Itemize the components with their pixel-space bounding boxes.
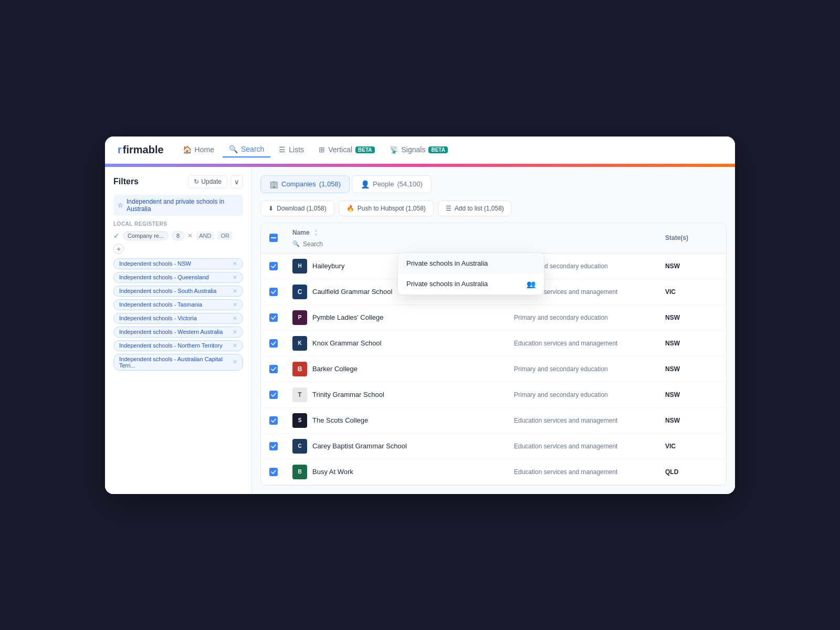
remove-tag-icon[interactable]: ✕ — [233, 288, 237, 295]
company-industry: Primary and secondary education — [514, 314, 661, 321]
company-name-cell[interactable]: T Trinity Grammar School — [292, 387, 510, 402]
add-to-list-button[interactable]: ☰ Add to list (1,058) — [438, 201, 512, 216]
sidebar-actions: ↻ Update ∨ — [188, 175, 243, 188]
add-filter-button[interactable]: + — [113, 244, 124, 254]
company-logo: H — [292, 259, 307, 274]
company-name-cell[interactable]: B Busy At Work — [292, 465, 510, 479]
tab-people-label: People — [373, 180, 394, 188]
app-logo: rfirmable — [118, 144, 164, 156]
remove-tag-icon[interactable]: ✕ — [233, 342, 237, 349]
remove-tag-icon[interactable]: ✕ — [233, 301, 237, 308]
state-filter-tag[interactable]: Independent schools - Queensland✕ — [113, 272, 243, 283]
state-filter-tag[interactable]: Independent schools - South Australia✕ — [113, 286, 243, 297]
company-name-cell[interactable]: B Barker College — [292, 362, 510, 376]
table-container: Name ▲ ▼ 🔍 — [260, 223, 727, 486]
company-name: Barker College — [312, 365, 358, 373]
select-all-checkbox[interactable] — [269, 234, 288, 242]
company-name-cell[interactable]: C Carey Baptist Grammar School — [292, 439, 510, 454]
table-header: Name ▲ ▼ 🔍 — [261, 223, 726, 254]
remove-tag-icon[interactable]: ✕ — [233, 329, 237, 335]
state-filter-tag[interactable]: Independent schools - Western Australia✕ — [113, 327, 243, 338]
company-industry: Primary and secondary education — [514, 365, 661, 373]
row-checkbox[interactable] — [269, 468, 288, 476]
table-row: B Barker College Primary and secondary e… — [261, 356, 726, 382]
nav-vertical[interactable]: ⊞ Vertical BETA — [312, 142, 381, 157]
company-name-cell[interactable]: K Knox Grammar School — [292, 336, 510, 351]
download-icon: ⬇ — [268, 205, 274, 212]
download-button[interactable]: ⬇ Download (1,058) — [260, 201, 334, 216]
name-search-input[interactable] — [303, 240, 510, 248]
company-state: QLD — [665, 468, 718, 476]
filter-and[interactable]: AND — [196, 232, 214, 240]
close-icon[interactable]: ✕ — [187, 232, 193, 239]
tab-companies[interactable]: 🏢 Companies (1,058) — [260, 175, 350, 193]
nav-items: 🏠 Home 🔍 Search ☰ Lists ⊞ Vertical BETA … — [176, 142, 454, 158]
filter-count: 8 — [172, 231, 184, 240]
table-row: S The Scots College Education services a… — [261, 408, 726, 434]
row-checkbox[interactable] — [269, 339, 288, 348]
state-filter-tag[interactable]: Independent schools - Northern Territory… — [113, 340, 243, 351]
col-name: Name ▲ ▼ 🔍 — [292, 228, 510, 248]
nav-lists[interactable]: ☰ Lists — [272, 142, 310, 157]
company-logo: C — [292, 439, 307, 454]
row-checkbox[interactable] — [269, 262, 288, 270]
state-tag-label: Independent schools - Northern Territory — [119, 342, 223, 349]
state-filter-tag[interactable]: Independent schools - Tasmania✕ — [113, 299, 243, 310]
remove-tag-icon[interactable]: ✕ — [233, 315, 237, 322]
state-filter-tag[interactable]: Independent schools - NSW✕ — [113, 258, 243, 269]
refresh-icon: ↻ — [194, 178, 199, 185]
company-state: NSW — [665, 417, 718, 424]
remove-tag-icon[interactable]: ✕ — [233, 274, 237, 281]
company-name: Busy At Work — [312, 468, 353, 476]
company-state: NSW — [665, 262, 718, 270]
table-row: B Busy At Work Education services and ma… — [261, 459, 726, 485]
nav-vertical-label: Vertical — [328, 145, 352, 154]
row-checkbox[interactable] — [269, 288, 288, 296]
action-bar: ⬇ Download (1,058) 🔥 Push to Hubspot (1,… — [260, 201, 727, 216]
remove-tag-icon[interactable]: ✕ — [233, 359, 237, 365]
nav-home[interactable]: 🏠 Home — [176, 142, 220, 157]
table-row: T Trinity Grammar School Primary and sec… — [261, 382, 726, 408]
company-industry: Education services and management — [514, 468, 661, 476]
nav-signals[interactable]: 📡 Signals BETA — [383, 142, 454, 157]
remove-tag-icon[interactable]: ✕ — [233, 260, 237, 267]
name-search-wrap: 🔍 — [292, 240, 510, 248]
signals-badge: BETA — [428, 146, 447, 153]
company-name: Haileybury — [312, 262, 344, 270]
dropdown-new-list[interactable]: Private schools in Australia 👥 — [398, 274, 544, 295]
tab-companies-count: (1,058) — [319, 180, 341, 188]
company-industry: Education services and management — [514, 417, 661, 424]
section-label: LOCAL REGISTERS — [113, 221, 243, 227]
state-tag-label: Independent schools - Queensland — [119, 274, 209, 280]
hubspot-button[interactable]: 🔥 Push to Hubspot (1,058) — [339, 201, 434, 216]
sidebar-header: Filters ↻ Update ∨ — [113, 175, 243, 188]
state-filter-tag[interactable]: Independent schools - Australian Capital… — [113, 354, 243, 371]
sort-icons: ▲ ▼ — [314, 228, 318, 237]
update-button[interactable]: ↻ Update — [188, 175, 227, 188]
collapse-button[interactable]: ∨ — [230, 175, 243, 188]
filter-preset[interactable]: ☆ Independent and private schools in Aus… — [113, 195, 243, 216]
company-name-cell[interactable]: S The Scots College — [292, 413, 510, 428]
company-name-cell[interactable]: P Pymble Ladies' College — [292, 310, 510, 325]
company-industry: Education services and management — [514, 443, 661, 450]
table-row: C Carey Baptist Grammar School Education… — [261, 434, 726, 459]
sidebar: Filters ↻ Update ∨ ☆ Independent and pri… — [105, 167, 252, 494]
filter-field[interactable]: Company re... — [123, 231, 169, 240]
row-checkbox[interactable] — [269, 365, 288, 373]
dropdown-existing-list[interactable]: Private schools in Australia — [398, 253, 544, 274]
row-checkbox[interactable] — [269, 442, 288, 450]
state-tag-label: Independent schools - South Australia — [119, 288, 216, 294]
filter-or[interactable]: OR — [217, 232, 233, 240]
row-checkbox[interactable] — [269, 313, 288, 322]
nav-search-label: Search — [241, 145, 264, 153]
tab-people[interactable]: 👤 People (54,100) — [352, 175, 432, 193]
company-industry: Primary and secondary education — [514, 391, 661, 398]
state-filter-tag[interactable]: Independent schools - Victoria✕ — [113, 313, 243, 324]
signals-icon: 📡 — [390, 145, 398, 154]
row-checkbox[interactable] — [269, 416, 288, 425]
row-checkbox[interactable] — [269, 391, 288, 399]
main-content: 🏢 Companies (1,058) 👤 People (54,100) ⬇ … — [252, 167, 735, 494]
nav-search[interactable]: 🔍 Search — [223, 142, 270, 158]
list-add-icon: ☰ — [446, 205, 452, 212]
company-name: Caulfield Grammar School — [312, 288, 392, 296]
